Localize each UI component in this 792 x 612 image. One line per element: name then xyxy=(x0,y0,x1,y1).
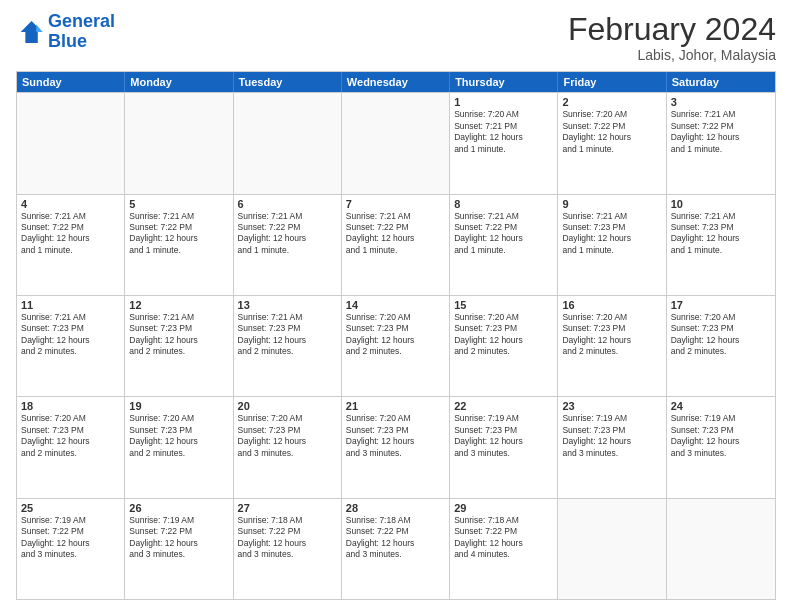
cal-cell xyxy=(125,93,233,193)
day-info: Sunrise: 7:20 AMSunset: 7:23 PMDaylight:… xyxy=(562,312,661,358)
day-info: Sunrise: 7:21 AMSunset: 7:22 PMDaylight:… xyxy=(21,211,120,257)
day-info: Sunrise: 7:20 AMSunset: 7:23 PMDaylight:… xyxy=(21,413,120,459)
cal-cell: 18Sunrise: 7:20 AMSunset: 7:23 PMDayligh… xyxy=(17,397,125,497)
day-number: 12 xyxy=(129,299,228,311)
cal-cell: 6Sunrise: 7:21 AMSunset: 7:22 PMDaylight… xyxy=(234,195,342,295)
calendar-row-1: 1Sunrise: 7:20 AMSunset: 7:21 PMDaylight… xyxy=(17,92,775,193)
day-number: 3 xyxy=(671,96,771,108)
header-day-monday: Monday xyxy=(125,72,233,92)
cal-cell: 1Sunrise: 7:20 AMSunset: 7:21 PMDaylight… xyxy=(450,93,558,193)
day-number: 26 xyxy=(129,502,228,514)
cal-cell: 25Sunrise: 7:19 AMSunset: 7:22 PMDayligh… xyxy=(17,499,125,599)
page: General Blue February 2024 Labis, Johor,… xyxy=(0,0,792,612)
cal-cell: 22Sunrise: 7:19 AMSunset: 7:23 PMDayligh… xyxy=(450,397,558,497)
cal-cell: 9Sunrise: 7:21 AMSunset: 7:23 PMDaylight… xyxy=(558,195,666,295)
day-info: Sunrise: 7:19 AMSunset: 7:22 PMDaylight:… xyxy=(21,515,120,561)
cal-cell xyxy=(234,93,342,193)
day-number: 25 xyxy=(21,502,120,514)
day-info: Sunrise: 7:19 AMSunset: 7:22 PMDaylight:… xyxy=(129,515,228,561)
day-info: Sunrise: 7:21 AMSunset: 7:22 PMDaylight:… xyxy=(129,211,228,257)
day-info: Sunrise: 7:20 AMSunset: 7:23 PMDaylight:… xyxy=(671,312,771,358)
cal-cell: 23Sunrise: 7:19 AMSunset: 7:23 PMDayligh… xyxy=(558,397,666,497)
logo-line2: Blue xyxy=(48,31,87,51)
day-number: 13 xyxy=(238,299,337,311)
day-info: Sunrise: 7:20 AMSunset: 7:21 PMDaylight:… xyxy=(454,109,553,155)
cal-cell: 5Sunrise: 7:21 AMSunset: 7:22 PMDaylight… xyxy=(125,195,233,295)
logo-text: General Blue xyxy=(48,12,115,52)
header-day-tuesday: Tuesday xyxy=(234,72,342,92)
day-number: 11 xyxy=(21,299,120,311)
day-info: Sunrise: 7:21 AMSunset: 7:22 PMDaylight:… xyxy=(346,211,445,257)
cal-cell: 12Sunrise: 7:21 AMSunset: 7:23 PMDayligh… xyxy=(125,296,233,396)
day-info: Sunrise: 7:21 AMSunset: 7:23 PMDaylight:… xyxy=(129,312,228,358)
day-number: 6 xyxy=(238,198,337,210)
cal-cell: 10Sunrise: 7:21 AMSunset: 7:23 PMDayligh… xyxy=(667,195,775,295)
day-info: Sunrise: 7:18 AMSunset: 7:22 PMDaylight:… xyxy=(454,515,553,561)
cal-cell: 21Sunrise: 7:20 AMSunset: 7:23 PMDayligh… xyxy=(342,397,450,497)
day-info: Sunrise: 7:20 AMSunset: 7:23 PMDaylight:… xyxy=(454,312,553,358)
day-number: 17 xyxy=(671,299,771,311)
day-number: 10 xyxy=(671,198,771,210)
cal-cell: 13Sunrise: 7:21 AMSunset: 7:23 PMDayligh… xyxy=(234,296,342,396)
day-number: 1 xyxy=(454,96,553,108)
day-number: 27 xyxy=(238,502,337,514)
header-day-thursday: Thursday xyxy=(450,72,558,92)
day-number: 5 xyxy=(129,198,228,210)
day-number: 2 xyxy=(562,96,661,108)
header-day-friday: Friday xyxy=(558,72,666,92)
calendar-row-5: 25Sunrise: 7:19 AMSunset: 7:22 PMDayligh… xyxy=(17,498,775,599)
cal-cell xyxy=(342,93,450,193)
logo: General Blue xyxy=(16,12,115,52)
logo-line1: General xyxy=(48,11,115,31)
calendar-body: 1Sunrise: 7:20 AMSunset: 7:21 PMDaylight… xyxy=(17,92,775,599)
day-info: Sunrise: 7:21 AMSunset: 7:23 PMDaylight:… xyxy=(21,312,120,358)
day-info: Sunrise: 7:20 AMSunset: 7:23 PMDaylight:… xyxy=(346,413,445,459)
day-number: 29 xyxy=(454,502,553,514)
day-number: 23 xyxy=(562,400,661,412)
title-block: February 2024 Labis, Johor, Malaysia xyxy=(568,12,776,63)
day-info: Sunrise: 7:19 AMSunset: 7:23 PMDaylight:… xyxy=(671,413,771,459)
month-title: February 2024 xyxy=(568,12,776,47)
header-day-sunday: Sunday xyxy=(17,72,125,92)
calendar-header: SundayMondayTuesdayWednesdayThursdayFrid… xyxy=(17,72,775,92)
day-info: Sunrise: 7:20 AMSunset: 7:23 PMDaylight:… xyxy=(346,312,445,358)
cal-cell: 4Sunrise: 7:21 AMSunset: 7:22 PMDaylight… xyxy=(17,195,125,295)
day-info: Sunrise: 7:21 AMSunset: 7:23 PMDaylight:… xyxy=(671,211,771,257)
cal-cell: 27Sunrise: 7:18 AMSunset: 7:22 PMDayligh… xyxy=(234,499,342,599)
day-info: Sunrise: 7:21 AMSunset: 7:22 PMDaylight:… xyxy=(238,211,337,257)
day-info: Sunrise: 7:21 AMSunset: 7:23 PMDaylight:… xyxy=(238,312,337,358)
day-number: 24 xyxy=(671,400,771,412)
day-info: Sunrise: 7:20 AMSunset: 7:23 PMDaylight:… xyxy=(238,413,337,459)
header-day-saturday: Saturday xyxy=(667,72,775,92)
day-number: 28 xyxy=(346,502,445,514)
cal-cell: 28Sunrise: 7:18 AMSunset: 7:22 PMDayligh… xyxy=(342,499,450,599)
cal-cell: 26Sunrise: 7:19 AMSunset: 7:22 PMDayligh… xyxy=(125,499,233,599)
day-info: Sunrise: 7:21 AMSunset: 7:22 PMDaylight:… xyxy=(671,109,771,155)
cal-cell: 8Sunrise: 7:21 AMSunset: 7:22 PMDaylight… xyxy=(450,195,558,295)
day-info: Sunrise: 7:20 AMSunset: 7:23 PMDaylight:… xyxy=(129,413,228,459)
day-info: Sunrise: 7:21 AMSunset: 7:22 PMDaylight:… xyxy=(454,211,553,257)
calendar-row-4: 18Sunrise: 7:20 AMSunset: 7:23 PMDayligh… xyxy=(17,396,775,497)
day-number: 4 xyxy=(21,198,120,210)
cal-cell: 2Sunrise: 7:20 AMSunset: 7:22 PMDaylight… xyxy=(558,93,666,193)
day-info: Sunrise: 7:19 AMSunset: 7:23 PMDaylight:… xyxy=(562,413,661,459)
day-number: 8 xyxy=(454,198,553,210)
cal-cell: 16Sunrise: 7:20 AMSunset: 7:23 PMDayligh… xyxy=(558,296,666,396)
day-number: 19 xyxy=(129,400,228,412)
day-number: 16 xyxy=(562,299,661,311)
day-info: Sunrise: 7:20 AMSunset: 7:22 PMDaylight:… xyxy=(562,109,661,155)
cal-cell: 11Sunrise: 7:21 AMSunset: 7:23 PMDayligh… xyxy=(17,296,125,396)
cal-cell: 24Sunrise: 7:19 AMSunset: 7:23 PMDayligh… xyxy=(667,397,775,497)
day-number: 9 xyxy=(562,198,661,210)
location: Labis, Johor, Malaysia xyxy=(568,47,776,63)
day-number: 21 xyxy=(346,400,445,412)
cal-cell: 19Sunrise: 7:20 AMSunset: 7:23 PMDayligh… xyxy=(125,397,233,497)
day-info: Sunrise: 7:18 AMSunset: 7:22 PMDaylight:… xyxy=(346,515,445,561)
day-info: Sunrise: 7:21 AMSunset: 7:23 PMDaylight:… xyxy=(562,211,661,257)
cal-cell: 17Sunrise: 7:20 AMSunset: 7:23 PMDayligh… xyxy=(667,296,775,396)
day-info: Sunrise: 7:19 AMSunset: 7:23 PMDaylight:… xyxy=(454,413,553,459)
cal-cell: 3Sunrise: 7:21 AMSunset: 7:22 PMDaylight… xyxy=(667,93,775,193)
cal-cell xyxy=(558,499,666,599)
cal-cell: 7Sunrise: 7:21 AMSunset: 7:22 PMDaylight… xyxy=(342,195,450,295)
cal-cell: 14Sunrise: 7:20 AMSunset: 7:23 PMDayligh… xyxy=(342,296,450,396)
